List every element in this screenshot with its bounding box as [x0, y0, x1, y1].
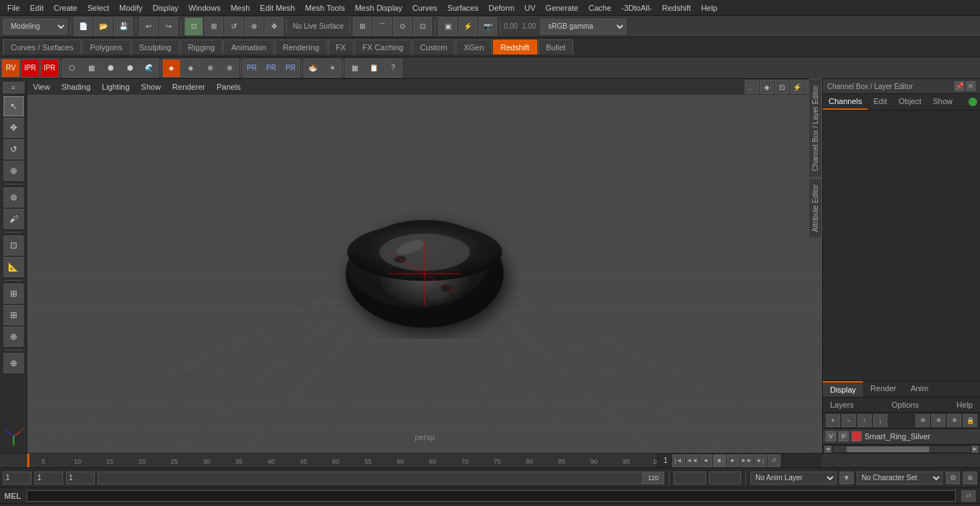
range-end-input[interactable]: 120 [674, 472, 706, 484]
layer-icon-v3[interactable]: 👁 [947, 414, 961, 427]
rs-tool-help[interactable]: ? [384, 59, 402, 78]
paint-tool[interactable]: 🖌 [4, 209, 24, 229]
tab-xgen[interactable]: XGen [456, 39, 491, 55]
rs-tool-sun[interactable]: ☀ [323, 59, 341, 78]
outliner-tool[interactable]: ⊞ [4, 284, 24, 304]
rs-tool-pr2[interactable]: PR [262, 59, 281, 78]
range-max-input[interactable]: 200 [709, 472, 741, 484]
tab-curves-surfaces[interactable]: Curves / Surfaces [3, 39, 81, 55]
go-start-btn[interactable]: |◄ [672, 454, 685, 467]
tab-fx-caching[interactable]: FX Caching [354, 39, 411, 55]
rotate-tool[interactable]: ↺ [4, 139, 24, 159]
layer-icon-v4[interactable]: 🔒 [963, 414, 977, 427]
vp-icon-camera[interactable]: 🎥 [745, 80, 759, 94]
menu-modify[interactable]: Modify [115, 2, 146, 14]
menu-deform[interactable]: Deform [484, 2, 519, 14]
loop-btn[interactable]: ↺ [768, 454, 781, 467]
menu-file[interactable]: File [3, 2, 24, 14]
tab-fx[interactable]: FX [328, 39, 354, 55]
menu-3dtoall[interactable]: -3DtoAll- [617, 2, 656, 14]
menu-uv[interactable]: UV [520, 2, 540, 14]
icon-toolbar-expand[interactable]: ≡ [3, 82, 24, 93]
menu-select[interactable]: Select [83, 2, 114, 14]
rs-tool-bowl[interactable]: 🍜 [303, 59, 322, 78]
workspace-selector[interactable]: Modeling [3, 19, 67, 34]
vp-menu-view[interactable]: View [30, 81, 53, 93]
ch-tab-channels[interactable]: Channels [823, 94, 867, 110]
scroll-right-btn[interactable]: ► [971, 446, 979, 453]
play-forward-btn[interactable]: ► [727, 454, 740, 467]
menu-display[interactable]: Display [149, 2, 183, 14]
rs-tool-6[interactable]: ⬟ [101, 59, 120, 78]
vp-menu-lighting[interactable]: Lighting [99, 81, 133, 93]
layer-up-btn[interactable]: ↑ [857, 414, 872, 427]
tab-custom[interactable]: Custom [413, 39, 456, 55]
rs-tool-7[interactable]: ⬢ [121, 59, 139, 78]
vp-menu-renderer[interactable]: Renderer [169, 81, 208, 93]
layer-v-toggle[interactable]: V [826, 431, 836, 441]
char-set-selector[interactable]: No Character Set [857, 472, 943, 484]
layer-down-btn[interactable]: ↓ [873, 414, 887, 427]
frame-step-input[interactable] [66, 472, 95, 484]
char-set-btn1[interactable]: ⚙ [946, 472, 960, 484]
ch-tab-edit[interactable]: Edit [867, 94, 892, 110]
dt-tab-anim[interactable]: Anim [903, 381, 936, 397]
scroll-track[interactable] [833, 446, 970, 452]
channel-box-tool[interactable]: ⊞ [4, 305, 24, 325]
right-panel-scrollbar[interactable]: ◄ ► [823, 444, 980, 453]
menu-redshift[interactable]: Redshift [658, 2, 695, 14]
rs-tool-pr1[interactable]: PR [242, 59, 261, 78]
vp-menu-panels[interactable]: Panels [214, 81, 244, 93]
redo-button[interactable]: ↪ [159, 17, 178, 36]
layer-remove-btn[interactable]: − [842, 414, 856, 427]
viewport[interactable]: View Shading Lighting Show Renderer Pane… [27, 79, 822, 453]
start-frame-input[interactable] [3, 472, 32, 484]
cb-pin-button[interactable]: 📌 [954, 81, 964, 91]
render-tool[interactable]: ⊕ [4, 353, 24, 373]
menu-generate[interactable]: Generate [541, 2, 583, 14]
rs-tool-2[interactable]: IPR [21, 59, 39, 78]
universal-mode[interactable]: ✥ [265, 17, 283, 36]
layers-menu-options[interactable]: Options [889, 399, 922, 411]
dt-tab-render[interactable]: Render [863, 381, 903, 397]
vp-menu-show[interactable]: Show [138, 81, 164, 93]
menu-cache[interactable]: Cache [584, 2, 616, 14]
vp-icon-resolution[interactable]: ⊡ [775, 80, 789, 94]
rs-tool-mat1[interactable]: ▦ [345, 59, 364, 78]
vp-menu-shading[interactable]: Shading [59, 81, 93, 93]
rs-tool-3[interactable]: IPR [40, 59, 59, 78]
anim-layer-selector[interactable]: No Anim Layer [750, 472, 837, 484]
tab-bullet[interactable]: Bullet [538, 39, 574, 55]
menu-help[interactable]: Help [697, 2, 722, 14]
render-region[interactable]: ▣ [438, 17, 457, 36]
tab-animation[interactable]: Animation [223, 39, 274, 55]
command-enter-btn[interactable]: ⏎ [961, 490, 976, 502]
step-forward-btn[interactable]: ►► [740, 454, 753, 467]
scale-tool[interactable]: ⊕ [4, 161, 24, 181]
ipr-render[interactable]: ⚡ [458, 17, 477, 36]
animation-range-bar[interactable]: 120 [98, 472, 664, 484]
rs-tool-9[interactable]: ◈ [162, 59, 181, 78]
scroll-thumb[interactable] [847, 446, 929, 452]
vp-icon-ipr[interactable]: ⚡ [790, 80, 804, 94]
layer-p-toggle[interactable]: P [839, 431, 849, 441]
dt-tab-display[interactable]: Display [823, 381, 863, 397]
menu-edit-mesh[interactable]: Edit Mesh [255, 2, 299, 14]
menu-surfaces[interactable]: Surfaces [443, 2, 483, 14]
attr-editor-tool[interactable]: ⊕ [4, 327, 24, 347]
undo-button[interactable]: ↩ [139, 17, 158, 36]
measure-tool[interactable]: 📐 [4, 257, 24, 277]
render-view[interactable]: 📷 [479, 17, 497, 36]
ch-tab-show[interactable]: Show [927, 94, 958, 110]
layers-menu-help[interactable]: Help [953, 399, 976, 411]
layers-menu-layers[interactable]: Layers [827, 399, 857, 411]
snap-surface[interactable]: ⊡ [413, 17, 432, 36]
cb-close-button[interactable]: ✕ [966, 81, 976, 91]
menu-create[interactable]: Create [50, 2, 82, 14]
new-file-button[interactable]: 📄 [74, 17, 93, 36]
menu-windows[interactable]: Windows [184, 2, 225, 14]
tab-polygons[interactable]: Polygons [82, 39, 130, 55]
go-end-btn[interactable]: ►| [754, 454, 767, 467]
side-tab-channel-box[interactable]: Channel Box / Layer Editor [809, 79, 822, 178]
menu-edit[interactable]: Edit [26, 2, 48, 14]
